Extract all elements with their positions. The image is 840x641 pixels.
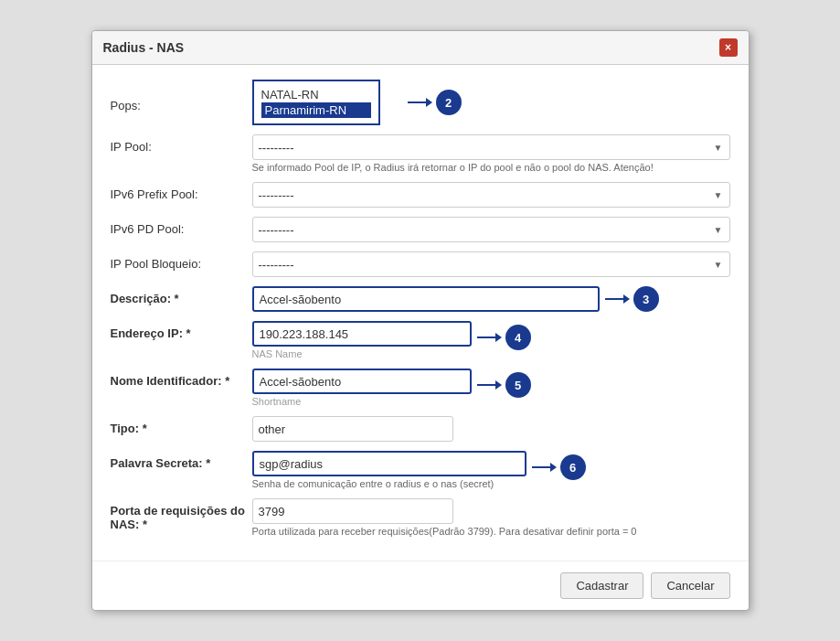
close-button[interactable]: × bbox=[719, 38, 738, 57]
nome-identificador-input[interactable] bbox=[252, 369, 472, 394]
palavra-secreta-badge: 6 bbox=[560, 454, 586, 480]
ip-pool-bloqueio-row: IP Pool Bloqueio: --------- bbox=[111, 251, 730, 277]
endereco-ip-row: Endereço IP: * NAS Name 4 bbox=[111, 321, 730, 359]
dialog-body: Pops: NATAL-RN Parnamirim-RN 2 IP Pool: bbox=[92, 65, 749, 561]
nome-identificador-control: Shortname 5 bbox=[252, 369, 730, 407]
pops-row: Pops: NATAL-RN Parnamirim-RN 2 bbox=[111, 80, 730, 125]
endereco-ip-control: NAS Name 4 bbox=[252, 321, 730, 359]
ip-pool-hint: Se informado Pool de IP, o Radius irá re… bbox=[252, 162, 730, 173]
ipv6-prefix-pool-label: IPv6 Prefix Pool: bbox=[111, 182, 252, 201]
descricao-input[interactable] bbox=[252, 286, 600, 312]
palavra-secreta-arrow: 6 bbox=[532, 454, 586, 480]
descricao-badge: 3 bbox=[633, 286, 659, 312]
ip-pool-bloqueio-label: IP Pool Bloqueio: bbox=[111, 251, 252, 271]
ipv6-prefix-pool-select[interactable]: --------- bbox=[252, 182, 730, 208]
endereco-ip-badge: 4 bbox=[505, 325, 531, 350]
palavra-secreta-control: Senha de comunicação entre o radius e o … bbox=[252, 451, 730, 489]
ip-pool-bloqueio-control: --------- bbox=[252, 251, 730, 277]
endereco-ip-field-wrap: NAS Name bbox=[252, 321, 472, 359]
cancelar-button[interactable]: Cancelar bbox=[651, 572, 729, 599]
dialog-title: Radius - NAS bbox=[103, 40, 185, 55]
porta-control: Porta utilizada para receber requisições… bbox=[252, 498, 730, 537]
ip-pool-select[interactable]: --------- bbox=[252, 134, 730, 160]
pops-item-natal[interactable]: NATAL-RN bbox=[261, 87, 371, 102]
tipo-row: Tipo: * bbox=[111, 416, 730, 442]
ip-pool-row: IP Pool: --------- Se informado Pool de … bbox=[111, 134, 730, 173]
palavra-secreta-input-wrap: Senha de comunicação entre o radius e o … bbox=[252, 451, 730, 489]
endereco-ip-label: Endereço IP: * bbox=[111, 321, 252, 340]
descricao-input-wrap: 3 bbox=[252, 286, 730, 312]
arrow-head bbox=[426, 98, 432, 107]
endereco-ip-arrow-head bbox=[495, 333, 502, 342]
dialog-header: Radius - NAS × bbox=[92, 31, 749, 65]
pops-control: NATAL-RN Parnamirim-RN 2 bbox=[252, 80, 730, 125]
descricao-arrow-line bbox=[605, 298, 623, 300]
ipv6-pd-pool-control: --------- bbox=[252, 217, 730, 242]
descricao-arrow-head bbox=[623, 294, 630, 304]
ipv6-pd-pool-select[interactable]: --------- bbox=[252, 217, 730, 242]
dialog-footer: Cadastrar Cancelar bbox=[92, 561, 749, 610]
pops-badge: 2 bbox=[436, 90, 462, 115]
endereco-ip-input-wrap: NAS Name 4 bbox=[252, 321, 730, 359]
descricao-control: 3 bbox=[252, 286, 730, 312]
nome-identificador-field-wrap: Shortname bbox=[252, 369, 472, 407]
ip-pool-control: --------- Se informado Pool de IP, o Rad… bbox=[252, 134, 730, 173]
palavra-secreta-input[interactable] bbox=[252, 451, 526, 476]
arrow-line bbox=[408, 101, 426, 103]
ipv6-pd-pool-label: IPv6 PD Pool: bbox=[111, 217, 252, 236]
dialog: Radius - NAS × Pops: NATAL-RN Parnamirim… bbox=[91, 30, 750, 611]
porta-input[interactable] bbox=[252, 498, 453, 524]
palavra-secreta-arrow-line bbox=[532, 466, 550, 468]
nome-identificador-label: Nome Identificador: * bbox=[111, 369, 252, 388]
cadastrar-button[interactable]: Cadastrar bbox=[560, 572, 643, 599]
porta-label: Porta de requisições do NAS: * bbox=[111, 498, 252, 531]
tipo-control bbox=[252, 416, 730, 442]
tipo-input[interactable] bbox=[252, 416, 453, 442]
nome-identificador-arrow-head bbox=[495, 380, 502, 390]
nome-identificador-arrow: 5 bbox=[477, 372, 531, 398]
palavra-secreta-arrow-head bbox=[550, 463, 557, 472]
ipv6-prefix-pool-row: IPv6 Prefix Pool: --------- bbox=[111, 182, 730, 208]
ipv6-prefix-pool-select-wrapper: --------- bbox=[252, 182, 730, 208]
nome-identificador-input-wrap: Shortname 5 bbox=[252, 369, 730, 407]
endereco-ip-placeholder: NAS Name bbox=[252, 348, 472, 359]
porta-row: Porta de requisições do NAS: * Porta uti… bbox=[111, 498, 730, 537]
nome-identificador-badge: 5 bbox=[505, 372, 531, 398]
endereco-ip-arrow-line bbox=[477, 337, 495, 338]
ip-pool-label: IP Pool: bbox=[111, 134, 252, 154]
pops-arrow: 2 bbox=[408, 90, 462, 115]
palavra-secreta-field-wrap: Senha de comunicação entre o radius e o … bbox=[252, 451, 526, 489]
ipv6-pd-pool-row: IPv6 PD Pool: --------- bbox=[111, 217, 730, 242]
palavra-secreta-row: Palavra Secreta: * Senha de comunicação … bbox=[111, 451, 730, 489]
ip-pool-bloqueio-select[interactable]: --------- bbox=[252, 251, 730, 277]
pops-item-parnamirim[interactable]: Parnamirim-RN bbox=[261, 102, 371, 118]
nome-identificador-row: Nome Identificador: * Shortname 5 bbox=[111, 369, 730, 407]
palavra-secreta-hint: Senha de comunicação entre o radius e o … bbox=[252, 478, 526, 489]
endereco-ip-arrow: 4 bbox=[477, 325, 531, 350]
nome-identificador-placeholder: Shortname bbox=[252, 396, 472, 407]
ip-pool-select-wrapper: --------- bbox=[252, 134, 730, 160]
porta-hint: Porta utilizada para receber requisições… bbox=[252, 526, 730, 537]
tipo-label: Tipo: * bbox=[111, 416, 252, 435]
descricao-arrow: 3 bbox=[605, 286, 659, 312]
pops-label: Pops: bbox=[111, 93, 252, 112]
descricao-label: Descrição: * bbox=[111, 286, 252, 305]
nome-identificador-arrow-line bbox=[477, 384, 495, 386]
ip-pool-bloqueio-select-wrapper: --------- bbox=[252, 251, 730, 277]
descricao-row: Descrição: * 3 bbox=[111, 286, 730, 312]
endereco-ip-input[interactable] bbox=[252, 321, 472, 347]
ipv6-prefix-pool-control: --------- bbox=[252, 182, 730, 208]
ipv6-pd-pool-select-wrapper: --------- bbox=[252, 217, 730, 242]
pops-list[interactable]: NATAL-RN Parnamirim-RN bbox=[252, 80, 380, 125]
palavra-secreta-label: Palavra Secreta: * bbox=[111, 451, 252, 470]
